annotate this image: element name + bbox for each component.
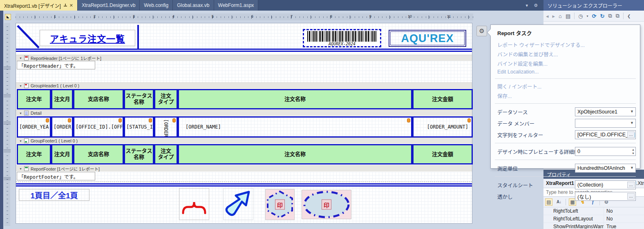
property-row[interactable]: RightToLeft No [543, 207, 644, 215]
close-icon[interactable]: ✕ [69, 3, 73, 8]
link-edit-bands[interactable]: バンドの編集と並び替え... [491, 49, 640, 59]
footer-cell[interactable]: ステータス 名称 [124, 144, 154, 165]
ellipsis-button[interactable]: … [627, 131, 635, 138]
report-header-caption[interactable]: 「ReportHeader」です。 [17, 61, 95, 69]
footer-cell[interactable]: 支店名称 [73, 144, 124, 165]
header-cell[interactable]: 注文年 [17, 89, 51, 109]
show-all-files-icon[interactable]: ⧉ [616, 13, 619, 19]
page-number-label[interactable]: 1頁目／全1頁 [19, 189, 89, 201]
forward-icon[interactable]: ▸ [552, 13, 555, 19]
band-strip-group-footer[interactable]: ▼ GroupFooter1 ( Level 0 ) [16, 138, 472, 144]
caret-down-icon[interactable]: ▾ [587, 14, 588, 18]
band-strip-report-footer[interactable]: ▼ ReportFooter [1ページに 1レポート] [16, 165, 472, 171]
report-select-corner-icon[interactable]: ◣ [5, 14, 11, 20]
link-edit-localization[interactable]: Edit Localization... [491, 68, 640, 76]
refresh-icon[interactable]: ↻ [600, 13, 604, 19]
style-sheet-field[interactable]: (Collection) … [575, 180, 636, 189]
footer-cell[interactable]: 注文名称 [178, 144, 412, 165]
collapse-icon[interactable]: ▼ [19, 112, 22, 115]
property-row[interactable]: ShowPrintMarginsWarning True [543, 223, 644, 229]
band-strip-detail[interactable]: ▼ Detail [16, 110, 472, 116]
report-tasks-title: Report タスク [491, 25, 640, 40]
field-cell[interactable]: [STATUS_ID [124, 116, 154, 138]
tab-global-asax[interactable]: Global.asax.vb [173, 0, 214, 11]
link-open-import[interactable]: 開く / インポート... [491, 82, 640, 91]
collapse-icon[interactable]: ▼ [19, 57, 22, 60]
logo-box[interactable]: AQU'REX [389, 30, 466, 47]
field-cell[interactable]: [ORDER_NAME] [178, 116, 412, 138]
chevron-left-icon[interactable]: ❮ [627, 14, 631, 18]
data-binding-icon [149, 118, 152, 122]
field-cell[interactable]: [ORDER_AMOUNT] [412, 116, 473, 138]
collapse-icon[interactable]: ▼ [19, 140, 22, 142]
diagonal-line-shape[interactable] [17, 25, 40, 49]
footer-cell[interactable]: 注文 タイプ [154, 144, 178, 165]
ruler-number: 2 [94, 14, 96, 18]
band-grip[interactable] [4, 122, 11, 125]
field-cell[interactable]: [OFFICE_ID].[OFFIC [73, 116, 124, 138]
solution-explorer-header[interactable]: ソリューション エクスプローラー [543, 0, 644, 11]
data-source-combo[interactable]: XpObjectSource1 ▼ [575, 107, 636, 116]
preview-detail-count-spinner[interactable]: 0 ▲▼ [575, 147, 636, 156]
header-cell[interactable]: 注文 タイプ [154, 89, 178, 109]
header-cell[interactable]: 注文名称 [178, 89, 412, 109]
combo-arrow-icon: ▼ [630, 166, 634, 170]
band-grip[interactable] [4, 94, 11, 97]
ruler-number: 7 [291, 14, 293, 18]
property-row[interactable]: RightToLeftLayout No [543, 215, 644, 223]
band-grip[interactable] [4, 67, 11, 69]
filter-string-field[interactable]: [OFFICE_ID.OFFICE_ID] = … [575, 130, 636, 139]
report-footer-caption[interactable]: 「ReportFooter」です。 [17, 172, 95, 180]
ellipsis-button[interactable]: … [627, 193, 635, 200]
collapse-icon[interactable]: ▼ [19, 84, 22, 87]
link-design-with-wizard[interactable]: レポート ウィザードでデザインする... [491, 40, 640, 49]
data-member-combo[interactable]: ▼ [575, 119, 636, 128]
band-strip-group-header[interactable]: ▼ GroupHeader1 ( Level 0 ) [16, 82, 472, 89]
report-title-label[interactable]: アキュラ注文一覧 [40, 30, 135, 46]
tab-overflow-icon[interactable]: ▾ [526, 3, 528, 8]
band-strip-report-header[interactable]: ▼ ReportHeader [1ページに 1レポート] [16, 55, 472, 61]
band-grip[interactable] [4, 177, 11, 180]
header-cell[interactable]: ステータス 名称 [124, 89, 154, 109]
barcode-control[interactable]: AQUREX-2024 [303, 29, 381, 47]
switch-views-icon[interactable]: ▤ [566, 13, 570, 19]
link-save[interactable]: 保存... [491, 91, 640, 100]
footer-cell[interactable]: 注文金額 [412, 144, 473, 165]
smart-tag-gear-icon[interactable]: ⚙ [476, 26, 487, 36]
header-cell[interactable]: 支店名称 [73, 89, 124, 109]
pin-icon[interactable] [63, 4, 67, 7]
field-cell-vertical[interactable]: [ORDER [154, 116, 178, 138]
field-label: データソース [497, 108, 575, 116]
footer-cell[interactable]: 注文月 [51, 144, 73, 165]
window-gear-icon[interactable]: ⚙ [534, 3, 538, 8]
footer-cell[interactable]: 注文年 [17, 144, 51, 165]
tab-xtrareport-designer-vb[interactable]: XtraReport1.Designer.vb [78, 0, 140, 11]
double-blue-line[interactable] [16, 49, 472, 52]
band-grip[interactable] [4, 149, 11, 152]
pending-changes-icon[interactable]: ◷ [578, 13, 583, 19]
watermark-field[interactable]: (なし) … [575, 192, 636, 201]
header-cell[interactable]: 注文金額 [412, 89, 473, 109]
header-cell[interactable]: 注文月 [51, 89, 73, 109]
vertical-line-shape[interactable] [137, 25, 139, 49]
field-cell[interactable]: [ORDER_ [51, 116, 73, 138]
sync-icon[interactable]: ⟳ [592, 13, 597, 19]
field-cell[interactable]: [ORDER_YEA [17, 116, 51, 138]
spinner-arrows-icon[interactable]: ▲▼ [632, 148, 635, 155]
tab-xtrareport-design[interactable]: XtraReport1.vb [デザイン] ✕ [0, 0, 78, 11]
document-tab-bar: XtraReport1.vb [デザイン] ✕ XtraReport1.Desi… [0, 0, 543, 11]
ellipse-stamp-shape[interactable]: 印 [302, 190, 351, 219]
tab-web-config[interactable]: Web.config [140, 0, 173, 11]
hexagon-stamp-shape[interactable]: 印 [265, 189, 295, 220]
arrow-shape[interactable] [223, 188, 253, 220]
back-icon[interactable]: ◂ [546, 13, 549, 19]
ellipsis-button[interactable]: … [627, 182, 635, 188]
tab-webform-aspx[interactable]: WebForm1.aspx [214, 0, 259, 11]
brace-shape[interactable] [179, 188, 209, 220]
double-blue-line[interactable] [16, 183, 472, 187]
collapse-all-icon[interactable]: ⧉ [608, 13, 612, 19]
link-edit-bindings[interactable]: バインド設定を編集... [491, 59, 640, 68]
home-icon[interactable]: ⌂ [559, 13, 562, 19]
measure-units-combo[interactable]: HundredthsOfAnInch ▼ [575, 164, 636, 173]
collapse-icon[interactable]: ▼ [19, 167, 22, 170]
